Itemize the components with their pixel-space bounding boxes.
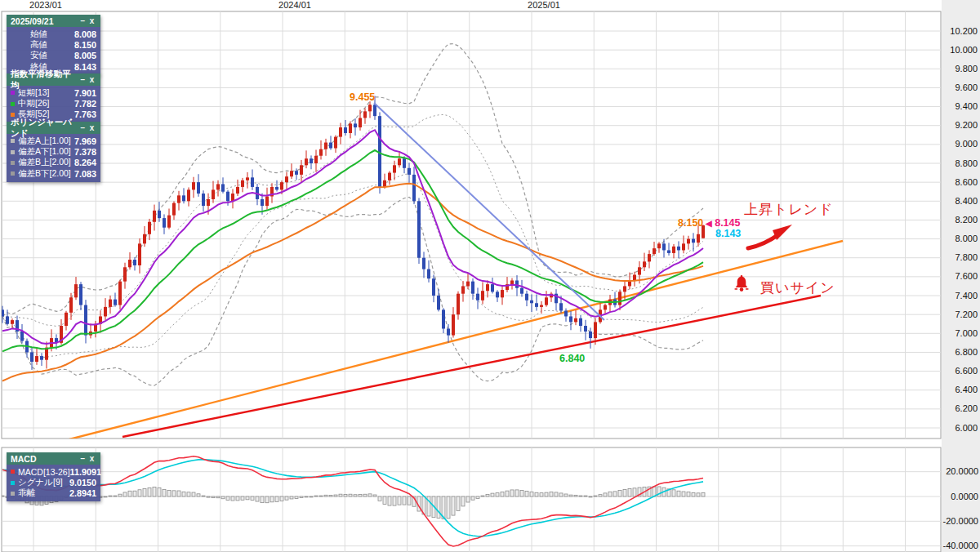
macd-histogram-bar: [476, 496, 479, 498]
macd-histogram-bar: [275, 496, 278, 501]
macd-histogram-bar: [290, 496, 293, 499]
candle: [520, 288, 523, 294]
close-button[interactable]: x: [87, 123, 96, 132]
candle: [579, 318, 582, 326]
macd-histogram-bar: [148, 487, 151, 496]
macd-histogram-bar: [349, 494, 352, 496]
bb-b-lower-row: 偏差B下[2.00]7.083: [7, 168, 100, 179]
chart-app-window: { "panels": { "quote": { "title": "2025/…: [0, 0, 980, 552]
candle: [662, 243, 666, 250]
candle: [702, 225, 705, 238]
macd-histogram-bar: [633, 488, 636, 496]
candle: [452, 314, 455, 335]
candle: [163, 218, 166, 228]
candle: [192, 182, 195, 189]
candle: [143, 234, 146, 244]
macd-histogram-bar: [270, 496, 274, 502]
bollinger-panel[interactable]: ボリンジャーバンド − x 偏差A上[1.00]7.969 偏差A下[1.00]…: [7, 122, 100, 182]
candle: [687, 239, 690, 244]
macd-histogram-bar: [216, 496, 220, 498]
macd-histogram-bar: [310, 496, 313, 497]
candle: [167, 216, 171, 228]
macd-histogram-bar: [599, 495, 602, 496]
candle: [457, 294, 460, 314]
candle: [398, 158, 401, 165]
macd-histogram-bar: [167, 491, 171, 496]
macd-histogram-bar: [354, 495, 357, 496]
candle: [584, 326, 587, 332]
signal-row: シグナル[9]9.0150: [7, 477, 100, 487]
macd-histogram-bar: [314, 496, 318, 496]
candle: [187, 189, 190, 201]
macd-histogram-bar: [182, 492, 185, 496]
candle: [251, 177, 254, 187]
candle: [109, 300, 112, 307]
candle: [535, 303, 538, 307]
quote-panel[interactable]: 2025/09/21 − x 始値8.008 高値8.150 安値8.005 終…: [7, 15, 100, 75]
macd-histogram-bar: [574, 495, 577, 496]
candle: [692, 239, 695, 243]
candle: [501, 290, 504, 297]
candle: [172, 203, 176, 216]
macd-histogram-bar: [564, 494, 568, 496]
close-button[interactable]: x: [87, 75, 96, 84]
macd-histogram-bar: [584, 496, 587, 496]
macd-histogram-bar: [594, 496, 597, 496]
candle: [481, 291, 484, 300]
candle: [65, 313, 68, 326]
minimize-button[interactable]: −: [78, 16, 87, 25]
candle: [363, 111, 367, 118]
candle: [305, 158, 308, 165]
candle: [476, 294, 479, 300]
macd-histogram-bar: [408, 496, 411, 505]
macd-histogram-bar: [319, 496, 323, 496]
macd-histogram-bar: [628, 489, 631, 496]
minimize-button[interactable]: −: [78, 75, 87, 84]
macd-panel-body: MACD[13-26]11.9091 シグナル[9]9.0150 乖離2.894…: [7, 465, 100, 501]
macd-histogram-bar: [447, 496, 450, 519]
macd-histogram-bar: [486, 494, 489, 496]
ema-panel[interactable]: 指数平滑移動平均 − x 短期[13]7.901 中期[26]7.782 長期[…: [7, 73, 100, 122]
quote-date-title: 2025/09/21: [11, 16, 78, 26]
macd-histogram-bar: [466, 496, 470, 502]
bollinger-panel-body: 偏差A上[1.00]7.969 偏差A下[1.00]7.378 偏差B上[2.0…: [7, 134, 100, 182]
macd-histogram-bar: [153, 487, 156, 496]
ema-panel-header: 指数平滑移動平均 − x: [7, 73, 100, 86]
candle: [545, 297, 548, 305]
price-macd-chart-canvas[interactable]: [0, 0, 980, 552]
candle: [104, 307, 107, 317]
macd-histogram-bar: [677, 491, 680, 496]
macd-panel-title: MACD: [11, 454, 78, 464]
macd-histogram-bar: [471, 496, 474, 500]
macd-histogram-bar: [393, 496, 396, 505]
macd-dot: [11, 470, 15, 474]
candle: [589, 332, 592, 338]
bb-a-lower-row: 偏差A下[1.00]7.378: [7, 146, 100, 157]
macd-histogram-bar: [226, 496, 229, 500]
candle: [383, 180, 386, 187]
macd-panel[interactable]: MACD − x MACD[13-26]11.9091 シグナル[9]9.015…: [7, 452, 100, 501]
candle: [148, 222, 151, 234]
candle: [123, 267, 127, 281]
macd-histogram-bar: [158, 487, 161, 496]
macd-histogram-bar: [187, 492, 190, 496]
candle: [79, 284, 82, 305]
ema-short-row: 短期[13]7.901: [7, 87, 100, 98]
macd-histogram-bar: [221, 496, 225, 499]
macd-histogram-bar: [280, 496, 283, 501]
minimize-button[interactable]: −: [78, 454, 87, 463]
macd-histogram-bar: [535, 492, 538, 496]
macd-histogram-bar: [491, 493, 494, 496]
macd-histogram-bar: [555, 492, 558, 496]
close-button[interactable]: x: [87, 454, 96, 463]
candle: [697, 234, 700, 243]
bb-dot: [11, 150, 15, 154]
candle: [648, 254, 651, 261]
bb-dot: [11, 161, 15, 165]
macd-histogram-bar: [192, 492, 195, 496]
minimize-button[interactable]: −: [78, 123, 87, 132]
macd-histogram-bar: [329, 496, 332, 496]
close-button[interactable]: x: [87, 16, 96, 25]
candle: [20, 332, 24, 341]
macd-histogram-bar: [231, 496, 234, 501]
